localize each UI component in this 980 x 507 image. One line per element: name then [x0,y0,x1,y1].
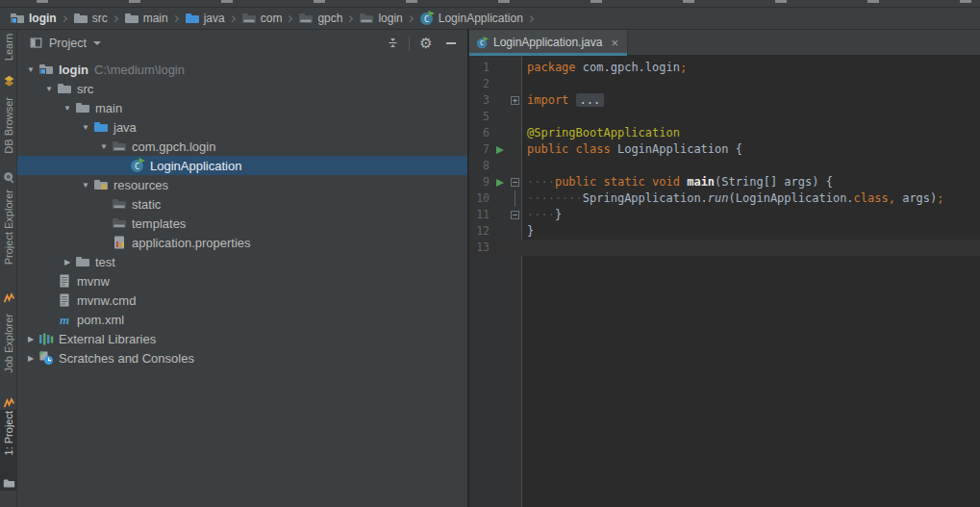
gutter-run-slot[interactable] [492,179,508,187]
tree-item-label: java [113,120,137,135]
tree-expand-icon[interactable]: ▼ [41,85,57,93]
line-number: 5 [469,109,492,125]
package-icon [359,11,374,26]
code-line-7[interactable]: 7public class LoginApplication { [469,141,980,158]
class-icon: C [476,36,489,49]
resources-folder-icon [93,177,109,193]
tree-expand-icon[interactable]: ▶ [23,354,38,363]
run-icon [496,146,504,154]
fold-expand-icon[interactable]: + [511,96,519,105]
folded-imports-chip[interactable]: ... [576,93,605,107]
tree-item-login[interactable]: ▼loginC:\medium\login [17,60,467,79]
close-icon[interactable]: × [611,37,618,49]
tree-item-test[interactable]: ▶test [17,252,467,271]
code-text: } [522,223,534,240]
svg-text:m: m [60,313,69,327]
collapse-all-icon[interactable] [384,35,401,52]
tree-item-static[interactable]: static [17,194,467,214]
code-line-8[interactable]: 8 [469,158,980,174]
tree-expand-icon[interactable]: ▼ [78,181,93,190]
editor-area: C LoginApplication.java × 1package com.g… [469,30,980,507]
editor-tab-loginapplication[interactable]: C LoginApplication.java × [469,30,628,55]
tree-item-label: pom.xml [77,313,124,327]
tree-item-scratches-and-consoles[interactable]: ▶Scratches and Consoles [17,348,467,368]
stripe-item-db-browser[interactable]: DB Browser [0,96,17,185]
line-number: 3 [469,92,492,109]
gutter-fold-slot: + [508,96,522,105]
tree-item-application-properties[interactable]: application.properties [17,233,467,252]
gutter-fold-slot: − [508,178,522,187]
breadcrumb-label: com [261,12,283,25]
breadcrumb-label: gpch [317,12,342,25]
properties-file-icon [112,235,127,251]
code-line-5[interactable]: 5 [469,109,980,125]
tree-item-label: com.gpch.login [132,139,215,154]
breadcrumb-item-com[interactable]: com [239,10,286,27]
tree-item-main[interactable]: ▼main [17,98,467,117]
stripe-item-learn[interactable]: Learn [0,33,17,89]
stripe-item-project-explorer[interactable]: Project Explorer [0,189,17,306]
chevron-down-icon[interactable] [93,41,101,45]
tree-item-external-libraries[interactable]: ▶External Libraries [17,329,467,348]
tree-expand-icon[interactable]: ▼ [78,123,93,132]
gutter-run-slot[interactable] [492,146,508,154]
code-line-6[interactable]: 6@SpringBootApplication [469,125,980,141]
text-file-icon [57,273,72,290]
code-text: ····public static void main(String[] arg… [522,174,833,190]
code-line-1[interactable]: 1package com.gpch.login; [469,60,980,76]
line-number: 9 [469,174,492,190]
fold-collapse-icon[interactable]: − [511,211,519,219]
maven-icon: m [57,312,72,328]
tree-item-src[interactable]: ▼src [17,79,467,98]
tree-item-mvnw[interactable]: mvnw [17,271,467,291]
code-line-3[interactable]: 3+import ... [469,92,980,109]
breadcrumb-item-login[interactable]: login [7,10,60,27]
breadcrumb-item-java[interactable]: java [182,10,228,27]
tree-expand-icon[interactable]: ▼ [96,142,112,151]
stripe-item-job-explorer[interactable]: Job Explorer [0,313,17,411]
source-folder-icon [185,11,200,26]
breadcrumb-separator-icon [527,14,534,21]
code-lines: 1package com.gpch.login;23+import ...56@… [469,60,980,256]
breadcrumb-item-loginapplication[interactable]: CLoginApplication [416,10,526,27]
tool-window-stripe: LearnDB BrowserProject ExplorerJob Explo… [0,30,17,507]
folder-icon [57,81,72,97]
tree-item-com-gpch-login[interactable]: ▼com.gpch.login [17,137,467,156]
breadcrumb-item-main[interactable]: main [121,10,171,27]
code-line-9[interactable]: 9−····public static void main(String[] a… [469,174,980,190]
tree-item-mvnw-cmd[interactable]: mvnw.cmd [17,291,467,310]
code-line-11[interactable]: 11−····} [469,207,980,223]
line-number: 11 [469,207,492,223]
hide-panel-icon[interactable] [442,35,460,52]
panel-title[interactable]: Project [49,37,87,50]
tree-expand-icon[interactable]: ▶ [60,258,75,266]
tree-expand-icon[interactable]: ▶ [23,335,38,343]
line-number: 13 [469,240,492,256]
breadcrumb-item-src[interactable]: src [70,10,111,27]
tree-expand-icon[interactable]: ▼ [23,65,38,74]
tree-item-loginapplication[interactable]: CLoginApplication [17,156,467,175]
libraries-icon [38,331,54,347]
stripe-item-1-project[interactable]: 1: Project [0,410,17,491]
code-editor[interactable]: 1package com.gpch.login;23+import ...56@… [469,56,980,507]
package-icon [241,11,257,26]
breadcrumb-separator-icon [61,14,67,21]
tree-item-resources[interactable]: ▼resources [17,175,467,194]
code-line-2[interactable]: 2 [469,76,980,92]
breadcrumb-item-gpch[interactable]: gpch [295,10,345,27]
editor-tab-bar: C LoginApplication.java × [469,30,980,56]
gutter-fold-slot: − [508,211,522,219]
gear-icon[interactable]: ⚙ [417,35,435,52]
tree-item-templates[interactable]: templates [17,214,467,233]
tree-expand-icon[interactable]: ▼ [60,104,75,113]
fold-collapse-icon[interactable]: − [511,178,519,187]
code-line-13[interactable]: 13 [469,240,980,256]
tree-item-pom-xml[interactable]: mpom.xml [17,310,467,329]
code-line-12[interactable]: 12} [469,223,980,240]
tree-item-java[interactable]: ▼java [17,117,467,137]
stripe-label: DB Browser [3,97,14,154]
code-line-10[interactable]: 10········SpringApplication.run(LoginApp… [469,190,980,207]
breadcrumb-separator-icon [346,14,353,21]
breadcrumb-item-login[interactable]: login [356,10,405,27]
project-panel-header: Project ⚙ [17,30,467,56]
